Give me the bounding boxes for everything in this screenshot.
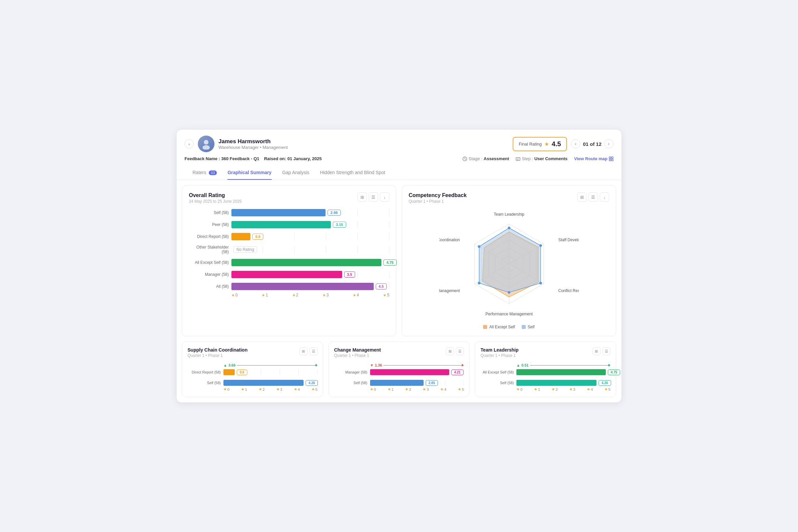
competency-title-group: Competency Feedback Quarter 1 • Phase 1	[409, 192, 466, 204]
tab-raters[interactable]: Raters 03	[192, 170, 217, 180]
view-route-button[interactable]: View Route map	[574, 156, 613, 161]
step-info: Step : User Comments	[516, 156, 568, 161]
competency-subtitle: Quarter 1 • Phase 1	[409, 199, 466, 204]
change-management-header: Change Management Quarter 1 • Phase 1 ⊞ …	[334, 347, 464, 358]
xaxis-label: ★4	[587, 387, 593, 392]
bar-track: 3.15	[231, 221, 389, 228]
no-rating-label: No Rating	[234, 246, 257, 253]
sc-diff-arrow: ▲	[223, 363, 227, 367]
bar-label: Manager (58)	[189, 272, 229, 277]
svg-point-29	[539, 282, 542, 284]
bar-row: Manager (58)3.5	[189, 271, 389, 278]
sc-diff-value: 3.66	[228, 363, 236, 367]
svg-point-1	[203, 145, 210, 150]
bar-fill	[516, 369, 606, 375]
header-meta: Feedback Name : 360 Feedback - Q1 Raised…	[185, 156, 613, 165]
list-view-icon[interactable]: ☰	[369, 192, 378, 202]
avatar	[198, 136, 215, 152]
nav-next-button[interactable]: ›	[604, 139, 613, 149]
overall-rating-actions: ⊞ ☰ ↓	[357, 192, 389, 202]
main-content: Overall Rating 24 May 2025 to 25 June 20…	[177, 180, 621, 342]
cm-list-icon[interactable]: ☰	[456, 347, 464, 355]
bar-track: 4.75	[231, 259, 389, 266]
tab-hidden-strength[interactable]: Hidden Strength and Blind Spot	[320, 170, 385, 180]
tab-graphical-summary[interactable]: Graphical Summary	[227, 170, 271, 180]
competency-list-icon[interactable]: ☰	[589, 192, 598, 202]
competency-actions: ⊞ ☰ ↓	[577, 192, 609, 202]
overall-xaxis: ★0★1★2★3★4★5	[189, 293, 389, 298]
competency-download-icon[interactable]: ↓	[600, 192, 609, 202]
bar-row: Self (58)4.26	[480, 380, 611, 386]
feedback-info: Feedback Name : 360 Feedback - Q1 Raised…	[185, 156, 321, 161]
svg-point-30	[508, 291, 511, 294]
xaxis-label: ★2	[405, 387, 411, 392]
download-icon[interactable]: ↓	[380, 192, 389, 202]
team-leadership-header: Team Leadership Quarter 1 • Phase 1 ⊞ ☰	[480, 347, 611, 358]
avatar-icon	[201, 138, 212, 150]
bar-value: 2.85	[426, 380, 438, 386]
cm-grid-icon[interactable]: ⊞	[446, 347, 454, 355]
cm-xaxis: ★0★1★2★3★4★5	[334, 387, 464, 392]
route-icon	[609, 156, 613, 161]
bar-track: 2.85	[370, 380, 464, 386]
bar-fill	[231, 283, 374, 290]
sc-grid-icon[interactable]: ⊞	[300, 347, 308, 355]
header: ‹ James Harmsworth Warehouse Manager • M…	[177, 130, 621, 180]
bar-track: 4.21	[370, 369, 464, 375]
header-right-meta: Stage : Assessment Step : User Comments …	[463, 156, 613, 161]
xaxis-label: ★3	[322, 293, 329, 298]
change-management-actions: ⊞ ☰	[446, 347, 464, 355]
bar-fill	[370, 380, 424, 386]
nav-prev-button[interactable]: ‹	[571, 139, 580, 149]
tl-grid-icon[interactable]: ⊞	[593, 347, 600, 355]
radar-chart-container: Team Leadership Staff Development Confli…	[409, 209, 609, 322]
bar-value: 4.26	[598, 380, 611, 386]
cm-diff-value: 1.36	[375, 363, 382, 367]
user-role: Warehouse Manager • Management	[219, 145, 288, 150]
bar-fill	[231, 221, 331, 228]
stage-info: Stage : Assessment	[463, 156, 509, 161]
bar-track: 0.6	[231, 233, 389, 240]
xaxis-label: ★4	[294, 387, 300, 392]
svg-text:Conflict Resolution: Conflict Resolution	[558, 288, 579, 293]
grid-view-icon[interactable]: ⊞	[357, 192, 367, 202]
bar-value: 4.26	[305, 380, 318, 386]
radar-legend: All Except Self Self	[409, 325, 609, 329]
bar-fill	[370, 369, 449, 375]
svg-point-32	[478, 245, 480, 248]
legend-self: Self	[522, 325, 535, 329]
xaxis-label: ★5	[458, 387, 464, 392]
bar-label: All Except Self (58)	[480, 370, 514, 374]
bar-fill	[231, 259, 382, 266]
supply-chain-title-group: Supply Chain Coordination Quarter 1 • Ph…	[187, 347, 247, 358]
overall-rating-title-group: Overall Rating 24 May 2025 to 25 June 20…	[189, 192, 242, 204]
xaxis-label: ★5	[312, 387, 318, 392]
sc-diff-line	[237, 365, 315, 365]
back-button[interactable]: ‹	[185, 139, 194, 149]
bar-row: All Except Self (58)4.75	[189, 259, 389, 266]
tl-xaxis: ★0★1★2★3★4★5	[480, 387, 611, 392]
overall-rating-card: Overall Rating 24 May 2025 to 25 June 20…	[182, 185, 396, 336]
bar-label: Other Stakeholder (58)	[189, 245, 229, 254]
overall-rating-subtitle: 24 May 2025 to 25 June 2025	[189, 199, 242, 204]
user-name: James Harmsworth	[219, 138, 288, 145]
xaxis-label: ★0	[231, 293, 238, 298]
nav-controls: ‹ 01 of 12 ›	[571, 139, 613, 149]
bar-value: 3.15	[333, 222, 346, 228]
bar-label: Direct Report (58)	[189, 234, 229, 239]
svg-marker-26	[479, 228, 541, 292]
sc-list-icon[interactable]: ☰	[310, 347, 318, 355]
competency-title: Competency Feedback	[409, 192, 466, 198]
svg-text:Team Leadership: Team Leadership	[494, 212, 524, 217]
tl-list-icon[interactable]: ☰	[602, 347, 611, 355]
svg-point-31	[478, 282, 480, 284]
tab-gap-analysis[interactable]: Gap Analysis	[282, 170, 310, 180]
svg-rect-5	[611, 157, 613, 158]
xaxis-label: ★5	[605, 387, 611, 392]
competency-grid-icon[interactable]: ⊞	[577, 192, 587, 202]
bar-row: Self (58)2.98	[189, 209, 389, 216]
change-management-chart: Manager (58)4.21Self (58)2.85	[334, 369, 464, 386]
svg-point-27	[508, 227, 511, 229]
legend-dot-all-except-self	[483, 325, 487, 329]
xaxis-label: ★3	[569, 387, 575, 392]
